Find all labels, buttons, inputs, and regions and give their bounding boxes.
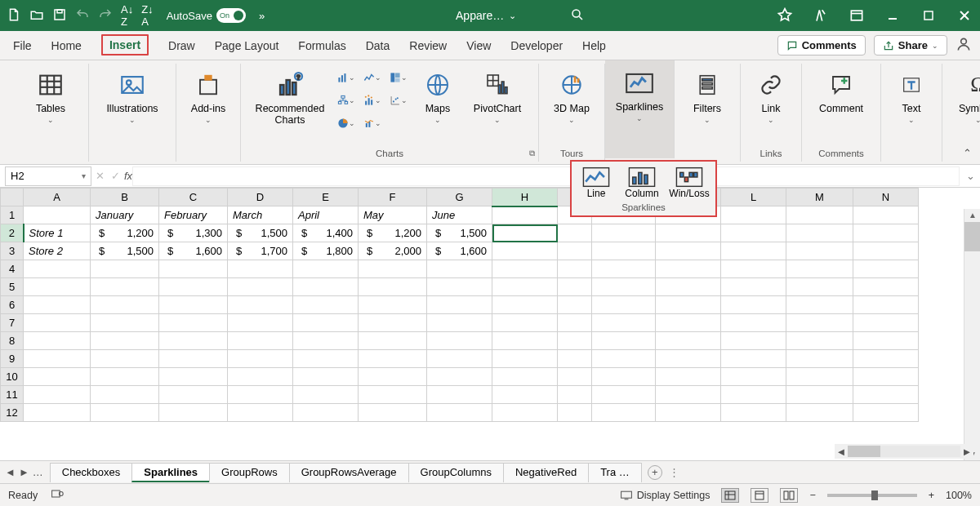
cell[interactable] — [359, 332, 427, 350]
cell[interactable] — [359, 368, 427, 386]
cell[interactable]: May — [359, 206, 427, 224]
column-header[interactable]: F — [359, 189, 427, 206]
tab-view[interactable]: View — [466, 39, 491, 52]
cell[interactable]: $1,200 — [91, 224, 159, 242]
3d-map-button[interactable]: 3D Map⌄ — [550, 65, 593, 124]
row-header[interactable]: 6 — [1, 296, 24, 314]
cell[interactable]: $1,400 — [293, 224, 359, 242]
minimize-button[interactable] — [884, 7, 902, 24]
cell[interactable]: $2,000 — [359, 242, 427, 260]
vertical-scrollbar[interactable]: ▲▼ — [964, 209, 980, 460]
open-file-icon[interactable] — [29, 7, 44, 24]
comment-button[interactable]: Comment — [813, 65, 869, 114]
document-title[interactable]: Appare… ⌄ — [456, 7, 585, 24]
cell[interactable] — [427, 350, 492, 368]
cell[interactable] — [24, 296, 91, 314]
fx-icon[interactable]: fx — [124, 170, 132, 182]
cell[interactable] — [293, 278, 359, 296]
cell[interactable]: April — [293, 206, 359, 224]
row-header[interactable]: 12 — [1, 404, 24, 422]
cell[interactable] — [592, 224, 656, 242]
pie-chart-icon[interactable]: ⌄ — [337, 114, 355, 132]
display-settings-button[interactable]: Display Settings — [620, 490, 710, 501]
cell[interactable] — [359, 296, 427, 314]
pivotchart-button[interactable]: PivotChart⌄ — [468, 65, 527, 124]
column-chart-icon[interactable]: ⌄ — [337, 69, 355, 87]
cell[interactable] — [492, 242, 558, 260]
tab-formulas[interactable]: Formulas — [298, 39, 345, 52]
treemap-chart-icon[interactable]: ⌄ — [390, 69, 408, 87]
cell[interactable]: Store 1 — [24, 224, 91, 242]
cell[interactable]: March — [228, 206, 293, 224]
cell[interactable] — [721, 242, 786, 260]
account-icon[interactable] — [956, 36, 972, 55]
cell[interactable] — [24, 386, 91, 404]
cell[interactable] — [558, 350, 592, 368]
cancel-formula-icon[interactable]: ✕ — [96, 170, 105, 182]
cell[interactable] — [786, 224, 853, 242]
cell[interactable] — [91, 404, 159, 422]
cell[interactable] — [721, 206, 786, 224]
dialog-launcher-icon[interactable]: ⧉ — [529, 149, 535, 158]
sparkline-column-button[interactable]: Column — [624, 166, 660, 199]
column-header[interactable]: L — [721, 189, 786, 206]
cell[interactable] — [492, 350, 558, 368]
cell[interactable] — [853, 278, 919, 296]
sort-asc-icon[interactable]: A↓Z — [121, 3, 133, 28]
cell[interactable] — [592, 332, 656, 350]
cell[interactable] — [592, 278, 656, 296]
cell[interactable] — [786, 206, 853, 224]
page-break-view-button[interactable] — [780, 488, 798, 503]
cell[interactable] — [656, 332, 721, 350]
cell[interactable] — [853, 332, 919, 350]
sort-desc-icon[interactable]: Z↓A — [141, 3, 153, 28]
cell[interactable] — [24, 368, 91, 386]
zoom-in-button[interactable]: + — [929, 490, 934, 501]
cell[interactable] — [786, 386, 853, 404]
cell[interactable] — [293, 314, 359, 332]
cell[interactable]: $1,700 — [228, 242, 293, 260]
macro-record-icon[interactable] — [51, 488, 64, 502]
cell[interactable] — [721, 314, 786, 332]
cell[interactable] — [592, 386, 656, 404]
cell[interactable] — [558, 404, 592, 422]
tab-data[interactable]: Data — [366, 39, 390, 52]
tab-page-layout[interactable]: Page Layout — [215, 39, 279, 52]
cell[interactable] — [359, 278, 427, 296]
column-header[interactable]: D — [228, 189, 293, 206]
cell[interactable] — [558, 260, 592, 278]
cell[interactable] — [592, 242, 656, 260]
column-header[interactable]: M — [786, 189, 853, 206]
cell[interactable] — [592, 404, 656, 422]
sparkline-line-button[interactable]: Line — [578, 166, 614, 199]
cell[interactable] — [853, 224, 919, 242]
row-header[interactable]: 9 — [1, 350, 24, 368]
cell[interactable] — [786, 314, 853, 332]
worksheet-grid[interactable]: ABCDEFGHIJKLMN1JanuaryFebruaryMarchApril… — [0, 188, 980, 422]
cell[interactable] — [656, 260, 721, 278]
horizontal-scrollbar[interactable]: ◄► — [835, 444, 973, 459]
cell[interactable] — [159, 332, 228, 350]
cell[interactable] — [159, 314, 228, 332]
maximize-button[interactable] — [920, 7, 938, 24]
cell[interactable] — [24, 404, 91, 422]
save-icon[interactable] — [52, 7, 67, 24]
row-header[interactable]: 5 — [1, 278, 24, 296]
cell[interactable] — [293, 368, 359, 386]
expand-formula-bar-icon[interactable]: ⌄ — [966, 170, 980, 182]
cell[interactable] — [853, 404, 919, 422]
cell[interactable] — [228, 278, 293, 296]
line-chart-icon[interactable]: ⌄ — [363, 69, 381, 87]
cell[interactable] — [228, 296, 293, 314]
enter-formula-icon[interactable]: ✓ — [111, 170, 120, 182]
column-header[interactable]: N — [853, 189, 919, 206]
cell[interactable] — [853, 296, 919, 314]
formula-input[interactable] — [132, 166, 960, 186]
cell[interactable] — [427, 314, 492, 332]
undo-icon[interactable] — [75, 7, 90, 24]
page-layout-view-button[interactable] — [751, 488, 768, 503]
cell[interactable] — [492, 296, 558, 314]
cell[interactable] — [853, 242, 919, 260]
cell[interactable] — [427, 296, 492, 314]
search-icon[interactable] — [570, 7, 585, 24]
